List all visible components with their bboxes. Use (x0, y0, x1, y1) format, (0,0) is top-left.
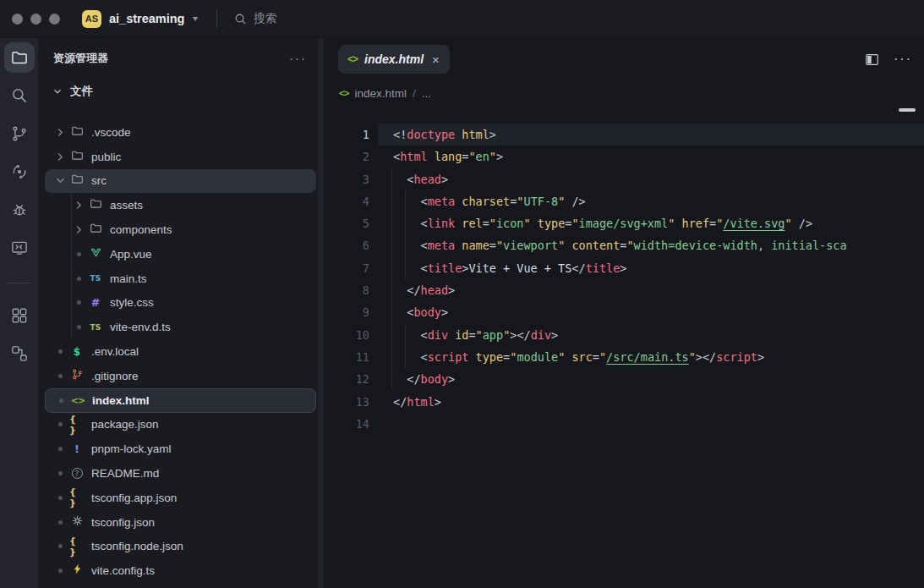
tree-item-pnpm-lock-yaml[interactable]: !pnpm-lock.yaml (45, 437, 316, 461)
line-number: 13 (324, 391, 369, 413)
line-number: 7 (324, 257, 369, 279)
tree-item-index-html[interactable]: <>index.html (45, 388, 316, 413)
chevron-down-icon (52, 85, 65, 97)
file-dot (69, 300, 88, 305)
tree-item--gitignore[interactable]: .gitignore (45, 364, 316, 388)
tree-item-tsconfig-json[interactable]: tsconfig.json (45, 510, 316, 535)
sidebar-more-button[interactable]: ··· (289, 54, 307, 63)
line-number: 6 (324, 234, 369, 256)
code-line-7[interactable]: 7 <title>Vite + Vue + TS</title> (324, 257, 924, 279)
code-line-4[interactable]: 4 <meta charset="UTF-8" /> (324, 190, 924, 212)
ts-blue-file-icon: TS (88, 274, 103, 283)
search-icon (10, 86, 29, 105)
source-control-icon (10, 124, 29, 143)
code-line-3[interactable]: 3 <head> (324, 168, 924, 190)
file-dot (51, 520, 69, 525)
breadcrumb-separator: / (413, 87, 416, 100)
code-line-6[interactable]: 6 <meta name="viewport" content="width=d… (324, 234, 924, 256)
tree-item-src[interactable]: src (45, 169, 316, 194)
tree-item-app-vue[interactable]: App.vue (45, 242, 316, 267)
code-line-2[interactable]: 2<html lang="en"> (324, 146, 924, 168)
code-line-11[interactable]: 11 <script type="module" src="/src/main.… (324, 346, 924, 368)
activity-eye-orbit-button[interactable] (4, 157, 35, 187)
code-line-14[interactable]: 14 (324, 413, 924, 435)
breadcrumb-tail[interactable]: ... (422, 87, 431, 100)
html-file-icon: <> (70, 395, 85, 406)
workspace-switcher[interactable]: AS ai_streaming ▼ (82, 10, 200, 28)
file-name: .vscode (91, 126, 131, 139)
file-name: index.html (92, 394, 150, 407)
tree-item-components[interactable]: components (45, 217, 316, 242)
file-tree: .vscodepublicsrcassetscomponentsApp.vueT… (38, 120, 324, 583)
titlebar-search[interactable]: 搜索 (234, 11, 276, 26)
code-editor[interactable]: 1<!doctype html>2<html lang="en">3 <head… (324, 106, 924, 435)
activity-files-button[interactable] (4, 42, 35, 73)
file-name: package.json (91, 418, 159, 431)
workspace-badge: AS (82, 10, 101, 28)
file-name: tsconfig.json (91, 516, 155, 529)
tree-item-style-css[interactable]: #style.css (45, 291, 316, 316)
css-file-icon: # (88, 296, 103, 309)
traffic-light-zoom[interactable] (49, 14, 60, 25)
tree-item-vite-config-ts[interactable]: vite.config.ts (45, 558, 316, 583)
breadcrumb-file[interactable]: index.html (354, 87, 407, 100)
tree-item-vite-env-d-ts[interactable]: TSvite-env.d.ts (45, 315, 316, 339)
tab-label: index.html (364, 52, 424, 66)
file-dot (51, 374, 69, 378)
activity-source-control-button[interactable] (4, 118, 35, 149)
line-number: 10 (324, 324, 369, 346)
activity-bar (0, 38, 38, 588)
code-text: <link rel="icon" type="image/svg+xml" hr… (393, 212, 812, 234)
more-actions-icon[interactable]: ··· (894, 56, 912, 63)
files-section-header[interactable]: 文件 (38, 79, 324, 104)
extensions-icon (10, 306, 29, 325)
split-editor-icon[interactable] (864, 52, 880, 68)
readme-file-icon: ? (69, 468, 85, 479)
activity-extensions-button[interactable] (4, 300, 35, 331)
code-line-8[interactable]: 8 </head> (324, 279, 924, 301)
tree-item-assets[interactable]: assets (45, 193, 316, 217)
tree-item-tsconfig-node-json[interactable]: { }tsconfig.node.json (45, 535, 316, 559)
line-number: 5 (324, 212, 369, 234)
line-number: 2 (324, 146, 369, 168)
sidebar-scrollbar[interactable] (318, 38, 324, 588)
close-icon[interactable]: × (432, 52, 440, 67)
tree-item-public[interactable]: public (45, 145, 316, 169)
eye-orbit-icon (10, 162, 29, 181)
code-line-1[interactable]: 1<!doctype html> (324, 124, 924, 146)
tree-item-main-ts[interactable]: TSmain.ts (45, 267, 316, 291)
tab-index-html[interactable]: <> index.html × (338, 45, 450, 74)
code-line-13[interactable]: 13</html> (324, 391, 924, 413)
traffic-light-close[interactable] (12, 14, 23, 25)
activity-bar-divider (8, 283, 31, 283)
indent-guide (391, 346, 392, 368)
line-number: 11 (324, 346, 369, 368)
tree-item-package-json[interactable]: { }package.json (45, 413, 316, 437)
activity-search-button[interactable] (4, 80, 35, 111)
traffic-light-minimize[interactable] (30, 14, 41, 25)
terminal-icon (10, 239, 29, 257)
file-name: src (91, 174, 107, 187)
code-line-9[interactable]: 9 <body> (324, 301, 924, 323)
tree-item--vscode[interactable]: .vscode (45, 120, 316, 145)
sidebar-header: 资源管理器 ··· (38, 38, 324, 79)
activity-terminal-button[interactable] (4, 233, 35, 263)
code-text: <body> (393, 301, 448, 323)
activity-connections-button[interactable] (4, 338, 35, 369)
code-line-5[interactable]: 5 <link rel="icon" type="image/svg+xml" … (324, 212, 924, 234)
scrollbar-thumb[interactable] (899, 108, 916, 112)
file-name: assets (110, 199, 143, 212)
file-dot (51, 349, 69, 354)
tree-item--env-local[interactable]: $.env.local (45, 339, 316, 364)
files-icon (10, 48, 29, 67)
file-name: README.md (91, 467, 159, 480)
code-line-12[interactable]: 12 </body> (324, 368, 924, 390)
tree-item-tsconfig-app-json[interactable]: { }tsconfig.app.json (45, 486, 316, 510)
chevron-down-icon (51, 175, 69, 186)
tree-item-readme-md[interactable]: ?README.md (45, 461, 316, 486)
chevron-down-icon: ▼ (190, 14, 200, 23)
file-name: .env.local (91, 345, 139, 358)
activity-debug-button[interactable] (4, 195, 35, 225)
debug-icon (10, 201, 29, 219)
code-line-10[interactable]: 10 <div id="app"></div> (324, 324, 924, 346)
